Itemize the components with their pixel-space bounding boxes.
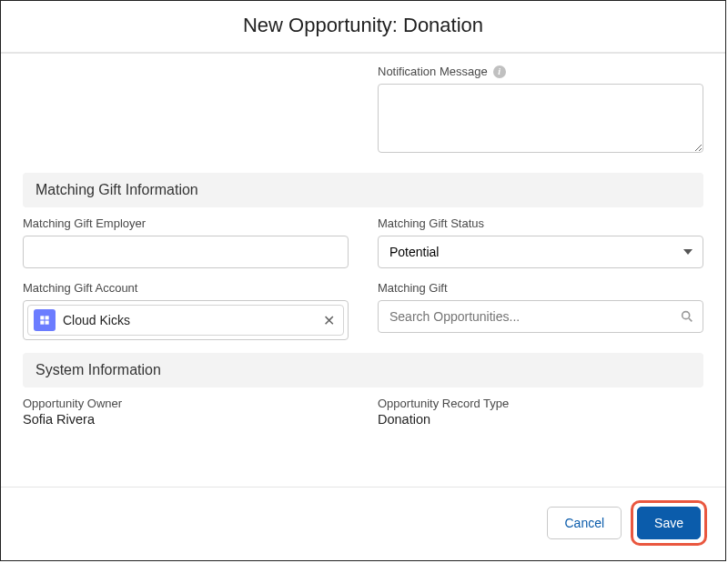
section-system-header: System Information: [23, 353, 703, 387]
modal-header: New Opportunity: Donation: [1, 1, 725, 54]
notification-row: Notification Message i: [23, 54, 703, 156]
svg-rect-0: [40, 316, 44, 319]
svg-rect-3: [46, 321, 49, 325]
owner-value: Sofia Rivera: [23, 412, 349, 427]
gift-search-input[interactable]: [378, 300, 703, 333]
notification-col: Notification Message i: [378, 65, 703, 156]
matching-row-1: Matching Gift Employer Matching Gift Sta…: [23, 216, 703, 268]
status-select[interactable]: Potential: [378, 236, 703, 268]
account-pill-text: Cloud Kicks: [63, 313, 312, 327]
close-icon[interactable]: ✕: [319, 311, 338, 329]
gift-search-wrap: [378, 300, 703, 333]
account-icon: [34, 309, 56, 331]
notification-textarea[interactable]: [378, 84, 703, 153]
system-row: Opportunity Owner Sofia Rivera Opportuni…: [23, 397, 703, 427]
matching-row-2: Matching Gift Account Cloud Kicks ✕ Matc…: [23, 281, 703, 340]
status-label: Matching Gift Status: [378, 216, 703, 230]
notification-label: Notification Message: [378, 65, 488, 78]
modal-body: Notification Message i Matching Gift Inf…: [1, 54, 725, 487]
save-button[interactable]: Save: [637, 507, 701, 539]
employer-input[interactable]: [23, 236, 349, 268]
new-opportunity-modal: New Opportunity: Donation Notification M…: [0, 0, 726, 561]
section-matching-header: Matching Gift Information: [23, 173, 703, 207]
employer-label: Matching Gift Employer: [23, 216, 349, 230]
account-lookup[interactable]: Cloud Kicks ✕: [23, 300, 349, 340]
status-value: Potential: [389, 245, 439, 259]
account-label: Matching Gift Account: [23, 281, 349, 295]
modal-title: New Opportunity: Donation: [1, 14, 725, 37]
recordtype-value: Donation: [378, 412, 703, 427]
save-highlight: Save: [631, 500, 707, 546]
recordtype-label: Opportunity Record Type: [378, 397, 703, 410]
info-icon[interactable]: i: [493, 65, 506, 78]
spacer-col: [23, 65, 349, 156]
modal-footer: Cancel Save: [1, 487, 725, 560]
account-pill: Cloud Kicks ✕: [27, 305, 344, 336]
cancel-button[interactable]: Cancel: [547, 507, 622, 539]
gift-label: Matching Gift: [378, 281, 703, 295]
notification-label-wrap: Notification Message i: [378, 65, 703, 78]
owner-label: Opportunity Owner: [23, 397, 349, 410]
svg-rect-1: [46, 316, 49, 319]
chevron-down-icon: [683, 249, 693, 255]
svg-rect-2: [40, 321, 44, 325]
